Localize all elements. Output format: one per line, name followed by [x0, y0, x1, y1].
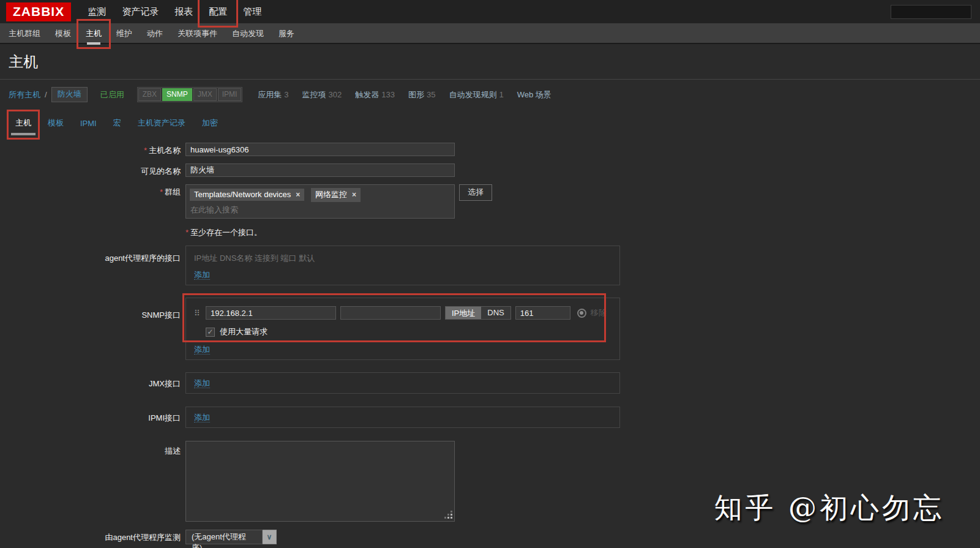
- entity-links: 应用集3 监控项302 触发器133 图形35 自动发现规则1 Web 场景: [258, 89, 551, 100]
- chevron-down-icon[interactable]: ∨: [263, 530, 277, 544]
- bulk-request-checkbox[interactable]: ✓: [206, 328, 215, 337]
- jmx-interface-add-link[interactable]: 添加: [194, 378, 210, 388]
- zabbix-logo[interactable]: ZABBIX: [6, 2, 71, 21]
- host-form: *主机名称 可见的名称 *群组 Templates/Network device…: [9, 143, 980, 548]
- applications-count: 3: [284, 90, 288, 99]
- monitored-by-value: (无agent代理程序): [185, 530, 263, 544]
- ipmi-interfaces-label: IPMI接口: [9, 407, 185, 424]
- monitored-by-select[interactable]: (无agent代理程序) ∨: [185, 530, 277, 544]
- connect-to-toggle: IP地址 DNS: [445, 306, 511, 320]
- discovery-rules-count: 1: [499, 90, 503, 99]
- agent-interface-add-link[interactable]: 添加: [194, 270, 210, 280]
- subnav-actions[interactable]: 动作: [140, 22, 170, 45]
- snmp-port-input[interactable]: [515, 306, 570, 320]
- title-divider: [0, 79, 980, 80]
- radio-dot: [580, 311, 583, 315]
- graphs-link[interactable]: 图形: [408, 90, 424, 99]
- link-items[interactable]: 监控项302: [302, 89, 342, 100]
- graphs-count: 35: [427, 90, 435, 99]
- agent-interfaces-box: IP地址 DNS名称 连接到 端口 默认 添加: [185, 246, 620, 285]
- snmp-ip-input[interactable]: [206, 306, 336, 320]
- connect-dns-option[interactable]: DNS: [481, 307, 510, 319]
- badge-ipmi: IPMI: [218, 88, 242, 101]
- drag-handle-icon[interactable]: ⠿: [194, 309, 201, 318]
- applications-link[interactable]: 应用集: [258, 90, 282, 99]
- subnav-maintenance[interactable]: 维护: [109, 22, 140, 45]
- agent-interfaces-row: agent代理程序的接口 IP地址 DNS名称 连接到 端口 默认 添加: [9, 246, 980, 285]
- top-navigation: ZABBIX 监测 资产记录 报表 配置 管理: [0, 0, 980, 23]
- breadcrumb: 所有主机 / 防火墙: [9, 87, 88, 102]
- agent-interfaces-label: agent代理程序的接口: [9, 246, 185, 264]
- triggers-count: 133: [381, 90, 395, 99]
- remove-chip-icon[interactable]: ×: [296, 190, 300, 199]
- discovery-rules-link[interactable]: 自动发现规则: [449, 90, 496, 99]
- groups-select-button[interactable]: 选择: [459, 184, 492, 201]
- search-input[interactable]: [891, 5, 971, 19]
- nav-administration[interactable]: 管理: [235, 1, 269, 23]
- subnav-templates[interactable]: 模板: [48, 22, 78, 45]
- page-title: 主机: [9, 44, 980, 79]
- snmp-interfaces-label: SNMP接口: [9, 298, 185, 321]
- link-triggers[interactable]: 触发器133: [355, 89, 395, 100]
- nav-reports[interactable]: 报表: [166, 1, 201, 23]
- host-name-label: *主机名称: [9, 143, 185, 156]
- required-mark: *: [144, 146, 147, 155]
- snmp-remove-link[interactable]: 移除: [591, 307, 607, 318]
- link-applications[interactable]: 应用集3: [258, 89, 288, 100]
- tab-host-inventory[interactable]: 主机资产记录: [131, 113, 192, 134]
- tab-templates[interactable]: 模板: [41, 113, 70, 134]
- snmp-interface-entry: ⠿ IP地址 DNS 移除: [194, 306, 612, 320]
- monitored-by-label: 由agent代理程序监测: [9, 530, 185, 543]
- subnav-host-groups[interactable]: 主机群组: [1, 22, 48, 45]
- group-chips: Templates/Network devices × 网络监控 ×: [190, 188, 451, 202]
- interface-note-row: *至少存在一个接口。: [9, 226, 980, 238]
- ipmi-interfaces-row: IPMI接口 添加: [9, 407, 980, 428]
- host-status-badge[interactable]: 已启用: [100, 89, 124, 100]
- watermark: 知乎 @初心勿忘: [714, 489, 944, 527]
- resize-handle-icon[interactable]: [451, 517, 452, 519]
- subnav-event-correlation[interactable]: 关联项事件: [170, 22, 225, 45]
- connect-ip-option[interactable]: IP地址: [446, 307, 481, 319]
- active-tab-underline: [11, 133, 36, 135]
- breadcrumb-current-host[interactable]: 防火墙: [51, 87, 88, 102]
- interface-note: *至少存在一个接口。: [185, 227, 262, 238]
- triggers-link[interactable]: 触发器: [355, 90, 379, 99]
- subnav-hosts[interactable]: 主机: [78, 22, 109, 45]
- web-scenarios-link[interactable]: Web 场景: [517, 90, 552, 99]
- nav-configuration-label: 配置: [209, 6, 227, 17]
- link-graphs[interactable]: 图形35: [408, 89, 435, 100]
- groups-multiselect[interactable]: Templates/Network devices × 网络监控 × 在此输入搜…: [185, 184, 455, 219]
- visible-name-input[interactable]: [185, 163, 455, 177]
- breadcrumb-all-hosts[interactable]: 所有主机: [9, 89, 40, 100]
- jmx-interfaces-label: JMX接口: [9, 372, 185, 389]
- groups-search-placeholder[interactable]: 在此输入搜索: [190, 202, 451, 216]
- host-name-input[interactable]: [185, 143, 455, 156]
- snmp-interfaces-row: SNMP接口 ⠿ IP地址 DNS 移除 ✓ 使用大量请求: [9, 298, 980, 360]
- nav-monitoring[interactable]: 监测: [80, 1, 114, 23]
- tab-ipmi[interactable]: IPMI: [73, 114, 103, 133]
- snmp-dns-input[interactable]: [340, 306, 441, 320]
- items-link[interactable]: 监控项: [302, 90, 326, 99]
- visible-name-label: 可见的名称: [9, 163, 185, 177]
- nav-inventory[interactable]: 资产记录: [114, 1, 166, 23]
- tab-macros[interactable]: 宏: [107, 113, 128, 134]
- nav-configuration[interactable]: 配置: [201, 1, 235, 23]
- tab-encryption[interactable]: 加密: [195, 113, 225, 134]
- remove-chip-icon[interactable]: ×: [352, 190, 356, 199]
- subnav-services[interactable]: 服务: [271, 22, 302, 45]
- ipmi-interface-add-link[interactable]: 添加: [194, 413, 210, 422]
- groups-label: *群组: [9, 184, 185, 198]
- link-web-scenarios[interactable]: Web 场景: [517, 89, 552, 100]
- required-mark: *: [160, 187, 163, 197]
- tab-host[interactable]: 主机: [9, 113, 38, 134]
- subnav-discovery[interactable]: 自动发现: [225, 22, 271, 45]
- required-mark: *: [185, 228, 189, 237]
- bulk-request-label: 使用大量请求: [220, 326, 267, 337]
- description-textarea[interactable]: [185, 441, 455, 522]
- bulk-request-row: ✓ 使用大量请求: [206, 326, 612, 337]
- active-underline: [87, 42, 100, 45]
- ipmi-interfaces-box: 添加: [185, 407, 620, 428]
- snmp-interface-add-link[interactable]: 添加: [194, 345, 210, 355]
- default-interface-radio[interactable]: [577, 309, 586, 318]
- link-discovery-rules[interactable]: 自动发现规则1: [449, 89, 503, 100]
